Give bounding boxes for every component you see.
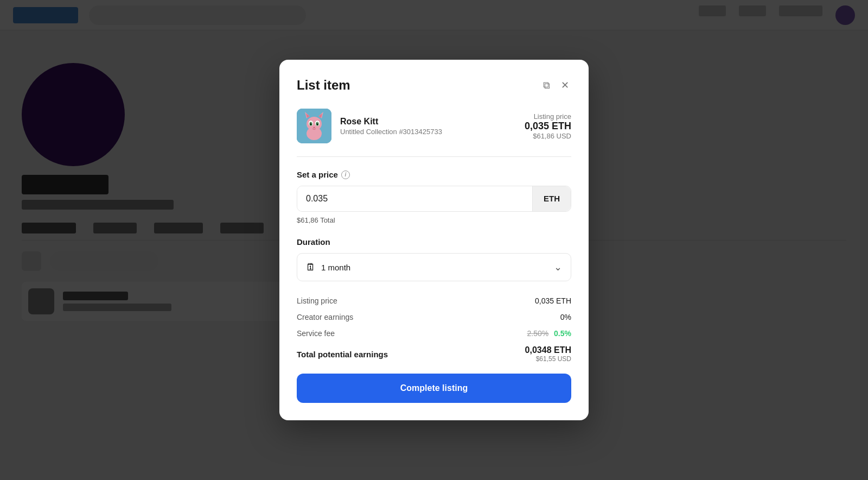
fee-total-label: Total potential earnings bbox=[297, 350, 388, 359]
nft-image bbox=[297, 109, 331, 143]
modal-header-actions: ⧉ ✕ bbox=[541, 77, 571, 93]
fee-creator-earnings-value: 0% bbox=[560, 313, 571, 321]
price-input[interactable] bbox=[297, 186, 532, 211]
close-icon: ✕ bbox=[561, 79, 569, 91]
fee-service-fee-value: 2.50% 0.5% bbox=[527, 329, 571, 338]
price-input-row: ETH bbox=[297, 186, 571, 212]
service-fee-old: 2.50% bbox=[527, 329, 548, 338]
listing-price-usd: $61,86 USD bbox=[525, 132, 571, 140]
item-info: Rose Kitt Untitled Collection #301342573… bbox=[297, 109, 442, 143]
currency-badge: ETH bbox=[532, 186, 571, 211]
listing-price-eth: 0,035 ETH bbox=[525, 121, 571, 132]
fee-creator-earnings-label: Creator earnings bbox=[297, 313, 353, 321]
info-icon: i bbox=[341, 170, 350, 179]
external-link-button[interactable]: ⧉ bbox=[541, 78, 552, 93]
fee-row-service-fee: Service fee 2.50% 0.5% bbox=[297, 329, 571, 338]
listing-price-column: Listing price 0,035 ETH $61,86 USD bbox=[525, 112, 571, 140]
item-text-info: Rose Kitt Untitled Collection #301342573… bbox=[340, 117, 442, 136]
service-fee-new: 0.5% bbox=[554, 329, 571, 338]
set-price-label: Set a price bbox=[297, 170, 338, 179]
fee-row-creator-earnings: Creator earnings 0% bbox=[297, 313, 571, 321]
fee-total-eth: 0,0348 ETH bbox=[525, 345, 571, 355]
duration-section-title: Duration bbox=[297, 237, 571, 247]
set-price-section-title: Set a price i bbox=[297, 170, 571, 179]
item-info-row: Rose Kitt Untitled Collection #301342573… bbox=[297, 109, 571, 143]
divider-1 bbox=[297, 156, 571, 157]
listing-price-label: Listing price bbox=[525, 112, 571, 121]
chevron-down-icon: ⌄ bbox=[554, 261, 562, 273]
item-collection: Untitled Collection #3013425733 bbox=[340, 128, 442, 136]
calendar-icon: 🗓 bbox=[306, 262, 316, 273]
svg-point-15 bbox=[317, 123, 318, 124]
fee-total-usd: $61,55 USD bbox=[525, 355, 571, 363]
modal-header: List item ⧉ ✕ bbox=[297, 77, 571, 93]
fee-listing-price-value: 0,035 ETH bbox=[535, 296, 571, 305]
fee-breakdown: Listing price 0,035 ETH Creator earnings… bbox=[297, 296, 571, 363]
item-name: Rose Kitt bbox=[340, 117, 442, 127]
duration-label: Duration bbox=[297, 237, 330, 247]
modal-overlay: List item ⧉ ✕ bbox=[0, 0, 868, 480]
item-image bbox=[297, 109, 331, 143]
fee-total-value: 0,0348 ETH $61,55 USD bbox=[525, 345, 571, 363]
modal-title: List item bbox=[297, 78, 350, 93]
duration-text: 1 month bbox=[321, 263, 350, 272]
fee-row-listing-price: Listing price 0,035 ETH bbox=[297, 296, 571, 305]
duration-left: 🗓 1 month bbox=[306, 262, 350, 273]
fee-listing-price-label: Listing price bbox=[297, 296, 337, 305]
external-link-icon: ⧉ bbox=[543, 80, 550, 91]
fee-row-total: Total potential earnings 0,0348 ETH $61,… bbox=[297, 345, 571, 363]
price-usd-total: $61,86 Total bbox=[297, 216, 571, 224]
svg-point-14 bbox=[311, 123, 312, 124]
duration-dropdown[interactable]: 🗓 1 month ⌄ bbox=[297, 253, 571, 281]
fee-service-fee-label: Service fee bbox=[297, 329, 335, 338]
list-item-modal: List item ⧉ ✕ bbox=[279, 60, 589, 420]
close-button[interactable]: ✕ bbox=[559, 77, 571, 93]
complete-listing-button[interactable]: Complete listing bbox=[297, 374, 571, 403]
